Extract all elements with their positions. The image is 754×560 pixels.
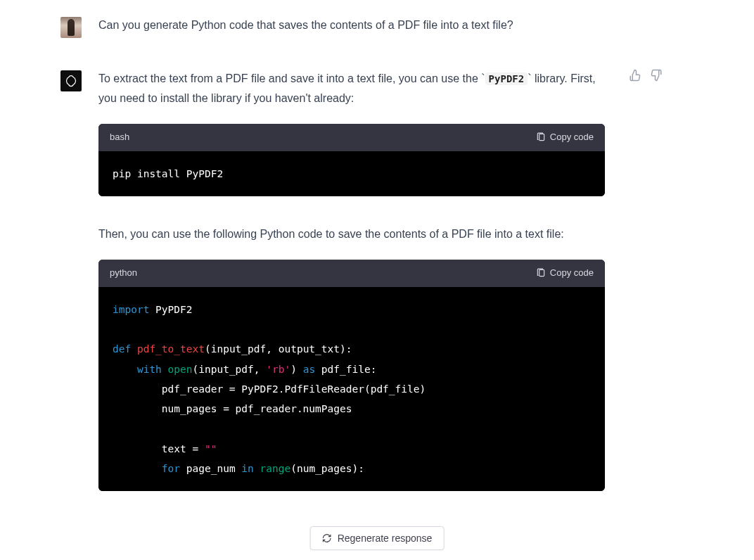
regenerate-button[interactable]: Regenerate response [310, 526, 445, 550]
token-builtin: open [162, 364, 193, 375]
user-message: Can you generate Python code that saves … [0, 0, 754, 53]
token-plain: text = [113, 443, 205, 454]
intro-before: To extract the text from a PDF file and … [98, 72, 481, 84]
code-body-python[interactable]: import PyPDF2 def pdf_to_text(input_pdf,… [98, 287, 605, 491]
copy-code-label: Copy code [550, 265, 594, 281]
token-string: 'rb' [266, 364, 290, 375]
token-function: pdf_to_text [131, 343, 205, 355]
copy-code-button[interactable]: Copy code [536, 265, 594, 281]
user-avatar [60, 17, 82, 38]
openai-logo-icon [64, 74, 78, 88]
avatar-column [0, 69, 98, 491]
avatar-column [0, 15, 98, 38]
token-builtin: range [254, 463, 290, 474]
clipboard-icon [536, 268, 546, 278]
token-plain: page_num [180, 463, 241, 474]
thumbs-up-icon[interactable] [629, 69, 641, 82]
svg-rect-0 [539, 134, 544, 141]
token-plain: num_pages = pdf_reader.numPages [113, 403, 352, 414]
token-plain: PyPDF2 [149, 304, 192, 315]
assistant-avatar [60, 70, 82, 91]
code-header: bash Copy code [98, 124, 605, 151]
token-plain: ) [290, 364, 302, 375]
code-block-bash: bash Copy code pip install PyPDF2 [98, 124, 605, 196]
copy-code-label: Copy code [550, 129, 594, 146]
inline-code-pypdf2: PyPDF2 [485, 72, 528, 85]
assistant-intro: To extract the text from a PDF file and … [98, 69, 605, 108]
copy-code-button[interactable]: Copy code [536, 129, 594, 146]
code-header: python Copy code [98, 260, 605, 287]
code-language-label: bash [110, 129, 129, 146]
code-block-python: python Copy code import PyPDF2 def pdf_t… [98, 260, 605, 491]
assistant-content: To extract the text from a PDF file and … [98, 69, 675, 491]
token-plain: pdf_file: [315, 364, 376, 375]
token-keyword: in [241, 463, 253, 474]
user-text: Can you generate Python code that saves … [98, 15, 605, 35]
token-keyword: def [113, 343, 131, 355]
token-keyword: for [162, 463, 180, 474]
token-string: "" [205, 443, 217, 454]
code-language-label: python [110, 265, 137, 281]
token-keyword: import [113, 304, 149, 315]
assistant-mid-paragraph: Then, you can use the following Python c… [98, 224, 605, 244]
token-plain: (input_pdf, output_txt): [205, 343, 352, 355]
clipboard-icon [536, 132, 546, 142]
token-keyword: with [137, 364, 162, 375]
token-plain: (input_pdf, [193, 364, 267, 375]
code-body-bash[interactable]: pip install PyPDF2 [98, 151, 605, 196]
user-content: Can you generate Python code that saves … [98, 15, 675, 38]
token-plain: (num_pages): [290, 463, 364, 474]
token-plain: pdf_reader = PyPDF2.PdfFileReader(pdf_fi… [113, 383, 426, 395]
token-keyword: as [303, 364, 315, 375]
thumbs-down-icon[interactable] [650, 69, 663, 82]
feedback-buttons [629, 69, 663, 82]
regenerate-label: Regenerate response [338, 533, 433, 544]
svg-rect-1 [539, 270, 544, 276]
refresh-icon [322, 533, 332, 543]
assistant-message: To extract the text from a PDF file and … [0, 53, 754, 507]
